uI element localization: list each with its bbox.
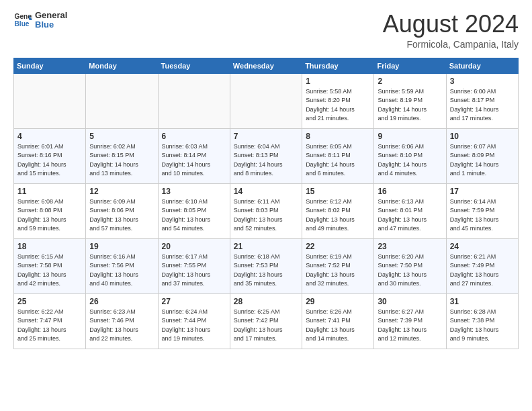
day-number: 16 xyxy=(378,187,442,196)
col-wednesday: Wednesday xyxy=(230,58,302,73)
table-cell: 3Sunrise: 6:00 AM Sunset: 8:17 PM Daylig… xyxy=(446,73,518,128)
header-row: Sunday Monday Tuesday Wednesday Thursday… xyxy=(14,58,519,73)
day-info: Sunrise: 6:20 AM Sunset: 7:50 PM Dayligh… xyxy=(378,253,442,289)
day-number: 10 xyxy=(450,132,515,141)
day-number: 12 xyxy=(89,187,154,196)
table-cell xyxy=(86,73,158,128)
col-sunday: Sunday xyxy=(14,58,86,73)
day-info: Sunrise: 6:28 AM Sunset: 7:38 PM Dayligh… xyxy=(450,308,515,344)
table-cell: 17Sunrise: 6:14 AM Sunset: 7:59 PM Dayli… xyxy=(446,183,518,238)
day-info: Sunrise: 6:00 AM Sunset: 8:17 PM Dayligh… xyxy=(450,87,515,124)
day-number: 21 xyxy=(234,242,298,251)
week-row-4: 18Sunrise: 6:15 AM Sunset: 7:58 PM Dayli… xyxy=(14,238,519,293)
day-number: 30 xyxy=(378,297,442,306)
day-number: 27 xyxy=(162,297,226,306)
day-info: Sunrise: 6:21 AM Sunset: 7:49 PM Dayligh… xyxy=(450,253,515,289)
table-cell: 10Sunrise: 6:07 AM Sunset: 8:09 PM Dayli… xyxy=(446,128,518,183)
table-cell: 19Sunrise: 6:16 AM Sunset: 7:56 PM Dayli… xyxy=(86,238,158,293)
day-info: Sunrise: 6:15 AM Sunset: 7:58 PM Dayligh… xyxy=(17,253,82,289)
day-number: 17 xyxy=(450,187,515,196)
col-friday: Friday xyxy=(374,58,446,73)
table-cell: 21Sunrise: 6:18 AM Sunset: 7:53 PM Dayli… xyxy=(230,238,302,293)
day-info: Sunrise: 6:10 AM Sunset: 8:05 PM Dayligh… xyxy=(162,197,226,234)
col-saturday: Saturday xyxy=(446,58,518,73)
day-number: 31 xyxy=(450,297,515,306)
day-info: Sunrise: 6:27 AM Sunset: 7:39 PM Dayligh… xyxy=(378,308,442,344)
week-row-5: 25Sunrise: 6:22 AM Sunset: 7:47 PM Dayli… xyxy=(14,293,519,349)
day-number: 8 xyxy=(306,132,370,141)
day-number: 5 xyxy=(89,132,154,141)
day-number: 9 xyxy=(378,132,442,141)
table-cell: 1Sunrise: 5:58 AM Sunset: 8:20 PM Daylig… xyxy=(302,73,374,128)
col-tuesday: Tuesday xyxy=(158,58,230,73)
table-cell: 2Sunrise: 5:59 AM Sunset: 8:19 PM Daylig… xyxy=(374,73,446,128)
calendar-table: Sunday Monday Tuesday Wednesday Thursday… xyxy=(13,58,519,349)
day-info: Sunrise: 6:24 AM Sunset: 7:44 PM Dayligh… xyxy=(162,308,226,344)
table-cell: 14Sunrise: 6:11 AM Sunset: 8:03 PM Dayli… xyxy=(230,183,302,238)
table-cell: 18Sunrise: 6:15 AM Sunset: 7:58 PM Dayli… xyxy=(14,238,86,293)
week-row-1: 1Sunrise: 5:58 AM Sunset: 8:20 PM Daylig… xyxy=(14,73,519,128)
table-cell: 22Sunrise: 6:19 AM Sunset: 7:52 PM Dayli… xyxy=(302,238,374,293)
day-info: Sunrise: 6:22 AM Sunset: 7:47 PM Dayligh… xyxy=(17,308,82,344)
day-number: 23 xyxy=(378,242,442,251)
table-cell: 11Sunrise: 6:08 AM Sunset: 8:08 PM Dayli… xyxy=(14,183,86,238)
col-thursday: Thursday xyxy=(302,58,374,73)
day-info: Sunrise: 6:26 AM Sunset: 7:41 PM Dayligh… xyxy=(306,308,370,344)
day-info: Sunrise: 5:59 AM Sunset: 8:19 PM Dayligh… xyxy=(378,87,442,124)
page: General Blue General Blue August 2024 Fo… xyxy=(0,0,532,411)
day-info: Sunrise: 6:03 AM Sunset: 8:14 PM Dayligh… xyxy=(162,142,226,179)
table-cell: 13Sunrise: 6:10 AM Sunset: 8:05 PM Dayli… xyxy=(158,183,230,238)
table-cell: 31Sunrise: 6:28 AM Sunset: 7:38 PM Dayli… xyxy=(446,293,518,349)
day-number: 29 xyxy=(306,297,370,306)
day-info: Sunrise: 6:06 AM Sunset: 8:10 PM Dayligh… xyxy=(378,142,442,179)
table-cell: 26Sunrise: 6:23 AM Sunset: 7:46 PM Dayli… xyxy=(86,293,158,349)
col-monday: Monday xyxy=(86,58,158,73)
header: General Blue General Blue August 2024 Fo… xyxy=(13,11,519,50)
table-cell: 16Sunrise: 6:13 AM Sunset: 8:01 PM Dayli… xyxy=(374,183,446,238)
title-area: August 2024 Formicola, Campania, Italy xyxy=(383,11,519,50)
day-number: 20 xyxy=(162,242,226,251)
day-number: 7 xyxy=(234,132,298,141)
day-info: Sunrise: 6:01 AM Sunset: 8:16 PM Dayligh… xyxy=(17,142,82,179)
day-info: Sunrise: 6:04 AM Sunset: 8:13 PM Dayligh… xyxy=(234,142,298,179)
logo-blue-text: Blue xyxy=(35,20,67,30)
table-cell: 7Sunrise: 6:04 AM Sunset: 8:13 PM Daylig… xyxy=(230,128,302,183)
table-cell: 20Sunrise: 6:17 AM Sunset: 7:55 PM Dayli… xyxy=(158,238,230,293)
day-number: 11 xyxy=(17,187,82,196)
table-cell xyxy=(230,73,302,128)
day-info: Sunrise: 6:08 AM Sunset: 8:08 PM Dayligh… xyxy=(17,197,82,234)
day-info: Sunrise: 6:14 AM Sunset: 7:59 PM Dayligh… xyxy=(450,197,515,234)
day-info: Sunrise: 6:09 AM Sunset: 8:06 PM Dayligh… xyxy=(89,197,154,234)
table-cell: 25Sunrise: 6:22 AM Sunset: 7:47 PM Dayli… xyxy=(14,293,86,349)
month-year-title: August 2024 xyxy=(383,11,519,38)
logo-general-text: General xyxy=(35,11,67,20)
table-cell: 30Sunrise: 6:27 AM Sunset: 7:39 PM Dayli… xyxy=(374,293,446,349)
day-info: Sunrise: 6:07 AM Sunset: 8:09 PM Dayligh… xyxy=(450,142,515,179)
table-cell: 8Sunrise: 6:05 AM Sunset: 8:11 PM Daylig… xyxy=(302,128,374,183)
day-number: 4 xyxy=(17,132,82,141)
day-info: Sunrise: 6:16 AM Sunset: 7:56 PM Dayligh… xyxy=(89,253,154,289)
table-cell: 6Sunrise: 6:03 AM Sunset: 8:14 PM Daylig… xyxy=(158,128,230,183)
table-cell: 29Sunrise: 6:26 AM Sunset: 7:41 PM Dayli… xyxy=(302,293,374,349)
table-cell: 12Sunrise: 6:09 AM Sunset: 8:06 PM Dayli… xyxy=(86,183,158,238)
day-number: 3 xyxy=(450,77,515,86)
table-cell: 4Sunrise: 6:01 AM Sunset: 8:16 PM Daylig… xyxy=(14,128,86,183)
table-cell: 5Sunrise: 6:02 AM Sunset: 8:15 PM Daylig… xyxy=(86,128,158,183)
day-info: Sunrise: 6:05 AM Sunset: 8:11 PM Dayligh… xyxy=(306,142,370,179)
day-number: 6 xyxy=(162,132,226,141)
day-info: Sunrise: 6:12 AM Sunset: 8:02 PM Dayligh… xyxy=(306,197,370,234)
day-info: Sunrise: 6:02 AM Sunset: 8:15 PM Dayligh… xyxy=(89,142,154,179)
week-row-3: 11Sunrise: 6:08 AM Sunset: 8:08 PM Dayli… xyxy=(14,183,519,238)
table-cell xyxy=(14,73,86,128)
day-number: 25 xyxy=(17,297,82,306)
day-number: 26 xyxy=(89,297,154,306)
day-info: Sunrise: 6:25 AM Sunset: 7:42 PM Dayligh… xyxy=(234,308,298,344)
day-info: Sunrise: 6:11 AM Sunset: 8:03 PM Dayligh… xyxy=(234,197,298,234)
day-info: Sunrise: 5:58 AM Sunset: 8:20 PM Dayligh… xyxy=(306,87,370,124)
table-cell: 15Sunrise: 6:12 AM Sunset: 8:02 PM Dayli… xyxy=(302,183,374,238)
day-number: 19 xyxy=(89,242,154,251)
day-number: 2 xyxy=(378,77,442,86)
logo-icon: General Blue xyxy=(13,11,32,30)
svg-text:Blue: Blue xyxy=(15,20,30,28)
table-cell: 9Sunrise: 6:06 AM Sunset: 8:10 PM Daylig… xyxy=(374,128,446,183)
